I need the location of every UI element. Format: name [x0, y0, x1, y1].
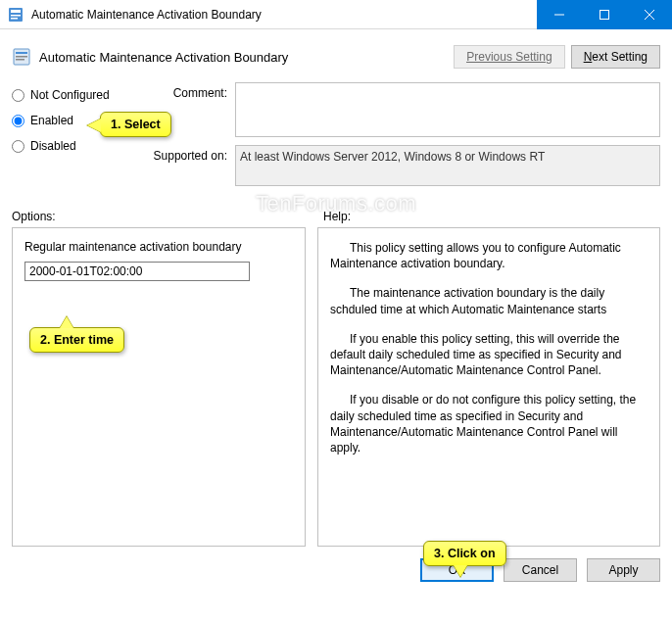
window-controls: [537, 0, 672, 28]
radio-disabled-input[interactable]: [12, 140, 24, 153]
apply-button[interactable]: Apply: [587, 558, 660, 582]
previous-setting-button[interactable]: Previous Setting: [454, 45, 564, 69]
cancel-button[interactable]: Cancel: [504, 558, 577, 582]
radio-enabled-label: Enabled: [30, 114, 73, 127]
svg-rect-11: [16, 59, 24, 61]
help-label: Help:: [323, 210, 351, 223]
help-paragraph: If you enable this policy setting, this …: [330, 331, 648, 379]
app-icon: [8, 7, 24, 23]
help-paragraph: If you disable or do not configure this …: [330, 392, 648, 455]
supported-on-label: Supported on:: [149, 145, 235, 186]
option-field-label: Regular maintenance activation boundary: [24, 240, 293, 254]
comment-textarea[interactable]: [235, 82, 660, 137]
dialog-buttons: OK Cancel Apply: [12, 558, 660, 582]
next-setting-button[interactable]: Next Setting: [571, 45, 660, 69]
policy-icon: [12, 47, 31, 67]
annotation-enter-time: 2. Enter time: [29, 327, 124, 353]
activation-boundary-input[interactable]: [24, 262, 250, 281]
page-title: Automatic Maintenance Activation Boundar…: [39, 50, 454, 65]
annotation-click-on: 3. Click on: [423, 541, 506, 566]
svg-rect-10: [16, 56, 27, 58]
svg-rect-1: [11, 10, 21, 13]
window-title: Automatic Maintenance Activation Boundar…: [31, 8, 537, 22]
maximize-button[interactable]: [582, 0, 627, 29]
radio-not-configured[interactable]: Not Configured: [12, 82, 149, 108]
radio-disabled-label: Disabled: [30, 139, 76, 153]
svg-rect-9: [16, 52, 27, 54]
svg-rect-2: [11, 15, 21, 17]
state-radio-group: Not Configured Enabled Disabled: [12, 82, 149, 194]
radio-not-configured-label: Not Configured: [30, 88, 110, 102]
help-panel[interactable]: This policy setting allows you to config…: [317, 227, 660, 547]
options-panel: Regular maintenance activation boundary: [12, 227, 306, 547]
title-bar: Automatic Maintenance Activation Boundar…: [0, 0, 672, 29]
radio-not-configured-input[interactable]: [12, 89, 24, 102]
svg-rect-3: [11, 18, 18, 20]
close-button[interactable]: [627, 0, 672, 29]
options-label: Options:: [12, 210, 306, 223]
supported-on-value: At least Windows Server 2012, Windows 8 …: [235, 145, 660, 186]
radio-enabled-input[interactable]: [12, 115, 24, 127]
annotation-select: 1. Select: [100, 112, 171, 137]
minimize-button[interactable]: [537, 0, 582, 29]
help-paragraph: The maintenance activation boundary is t…: [330, 285, 648, 316]
svg-rect-5: [600, 11, 609, 20]
header-row: Automatic Maintenance Activation Boundar…: [12, 37, 660, 76]
help-paragraph: This policy setting allows you to config…: [330, 240, 648, 271]
